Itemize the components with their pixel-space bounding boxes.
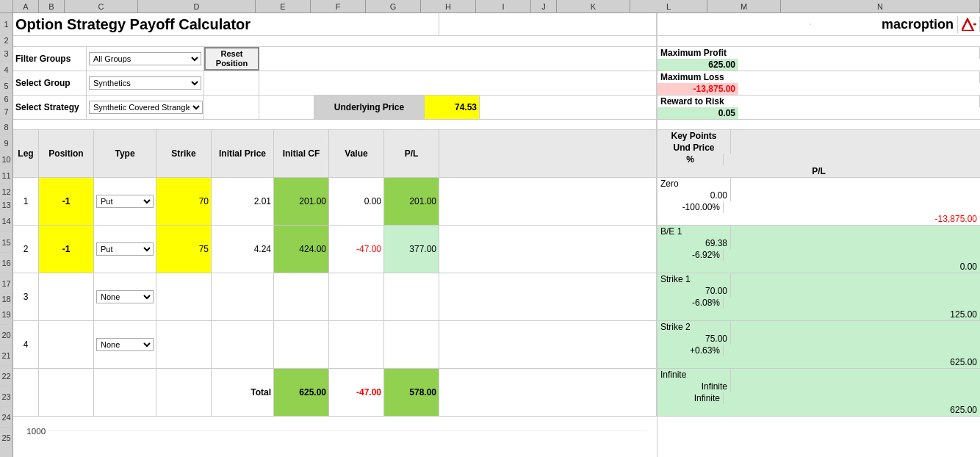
row-num-24: 24 [0, 407, 12, 428]
th-initial-cf: Initial CF [274, 130, 329, 177]
row-num-4: 4 [0, 62, 12, 78]
total-strike [156, 369, 212, 416]
leg2-type-cell[interactable]: Put [94, 226, 156, 273]
underlying-price-value[interactable]: 74.53 [425, 96, 480, 119]
reward-risk-label: Reward to Risk [657, 96, 980, 107]
leg4-type-cell[interactable]: None [94, 321, 156, 368]
leg3-icf [274, 273, 329, 320]
row-num-13: 13 [0, 200, 12, 210]
leg1-position[interactable]: -1 [39, 178, 94, 225]
row-num-20: 20 [0, 325, 12, 345]
leg1-num: 1 [13, 178, 39, 225]
th-initial-price: Initial Price [212, 130, 274, 177]
row-num-25: 25 [0, 428, 12, 448]
reset-position-button[interactable]: ResetPosition [204, 47, 259, 71]
leg3-spacer [439, 273, 657, 320]
leg4-spacer [439, 321, 657, 368]
col-header-f: F [311, 0, 366, 12]
row-num-9: 9 [0, 135, 12, 151]
th-pl: P/L [384, 130, 439, 177]
total-pl: 578.00 [384, 369, 439, 416]
total-label: Total [212, 369, 274, 416]
select-group-dropdown[interactable]: Synthetics [89, 76, 201, 90]
leg2-iprice: 4.24 [212, 226, 274, 273]
col-header-m: M [707, 0, 781, 12]
col-header-h: H [421, 0, 476, 12]
leg2-value: -47.00 [329, 226, 384, 273]
leg1-iprice: 2.01 [212, 178, 274, 225]
kp-be1-price: 69.38 [657, 237, 731, 249]
th-percent: % [657, 154, 724, 165]
leg3-num: 3 [13, 273, 39, 320]
row3-spacer [259, 47, 657, 71]
col-header-i: I [476, 0, 531, 12]
leg3-pl [384, 273, 439, 320]
kp-infinite-pl: 625.00 [657, 404, 980, 416]
rp-title-spacer [657, 24, 811, 25]
row-num-11: 11 [0, 168, 12, 184]
row-num-10: 10 [0, 151, 12, 168]
select-strategy-cell[interactable]: Synthetic Covered Strangle [87, 96, 204, 119]
col-header-k: K [557, 0, 630, 12]
rp-empty-rows [657, 417, 980, 457]
th-strike: Strike [156, 130, 212, 177]
leg1-strike[interactable]: 70 [156, 178, 212, 225]
row-num-17: 17 [0, 273, 12, 294]
row-num-23: 23 [0, 386, 12, 407]
leg3-type-select[interactable]: None [96, 290, 154, 303]
col-header-j: J [531, 0, 557, 12]
kp-strike2-pct: +0.63% [657, 345, 724, 356]
row4-spacer [259, 71, 657, 95]
chart-container: 1000 500 0 -500 -1000 -1500 -2000 [13, 417, 657, 457]
svg-text:1000: 1000 [26, 428, 46, 436]
filter-groups-select[interactable]: All Groups [87, 47, 204, 71]
leg2-pl: 377.00 [384, 226, 439, 273]
kp-strike2-label: Strike 2 [657, 321, 731, 333]
leg4-num: 4 [13, 321, 39, 368]
leg1-icf: 201.00 [274, 178, 329, 225]
leg3-strike [156, 273, 212, 320]
row5-spacer [480, 96, 657, 119]
kp-strike2-pl: 625.00 [657, 356, 980, 368]
filter-groups-label: Filter Groups [13, 47, 87, 71]
col-header-a: A [13, 0, 39, 12]
row-num-8: 8 [0, 119, 12, 135]
reset-spacer [204, 71, 259, 95]
leg1-type-select[interactable]: Put [96, 195, 154, 208]
kp-zero-pct: -100.00% [657, 201, 724, 213]
kp-strike1-price: 70.00 [657, 285, 731, 297]
leg2-num: 2 [13, 226, 39, 273]
select-group-cell[interactable]: Synthetics [87, 71, 204, 95]
underlying-price-label: Underlying Price [314, 96, 425, 119]
app-title: Option Strategy Payoff Calculator [13, 13, 439, 35]
total-value: -47.00 [329, 369, 384, 416]
select-group-label: Select Group [13, 71, 87, 95]
select-strategy-dropdown[interactable]: Synthetic Covered Strangle [89, 101, 203, 114]
row-num-3: 3 [0, 46, 12, 62]
col-header-l: L [630, 0, 707, 12]
row-num-14: 14 [0, 210, 12, 232]
leg2-spacer [439, 226, 657, 273]
leg4-pl [384, 321, 439, 368]
leg4-type-select[interactable]: None [96, 338, 154, 351]
leg4-position [39, 321, 94, 368]
filter-groups-dropdown[interactable]: All Groups [89, 52, 201, 65]
leg1-type-cell[interactable]: Put [94, 178, 156, 225]
leg2-strike[interactable]: 75 [156, 226, 212, 273]
th-kp-pl: P/L [657, 165, 980, 177]
leg3-iprice [212, 273, 274, 320]
total-leg [13, 369, 39, 416]
leg3-type-cell[interactable]: None [94, 273, 156, 320]
reward-risk-value: 0.05 [657, 107, 738, 119]
max-loss-label: Maximum Loss [657, 71, 980, 83]
kp-infinite-price: Infinite [657, 381, 731, 392]
max-loss-value: -13,875.00 [657, 83, 738, 95]
row-num-2: 2 [0, 35, 12, 46]
row-num-16: 16 [0, 253, 12, 273]
row-num-19: 19 [0, 304, 12, 325]
leg2-type-select[interactable]: Put [96, 242, 154, 256]
leg2-position[interactable]: -1 [39, 226, 94, 273]
select-strategy-label: Select Strategy [13, 96, 87, 119]
th-position: Position [39, 130, 94, 177]
kp-be1-pl: 0.00 [657, 261, 980, 273]
